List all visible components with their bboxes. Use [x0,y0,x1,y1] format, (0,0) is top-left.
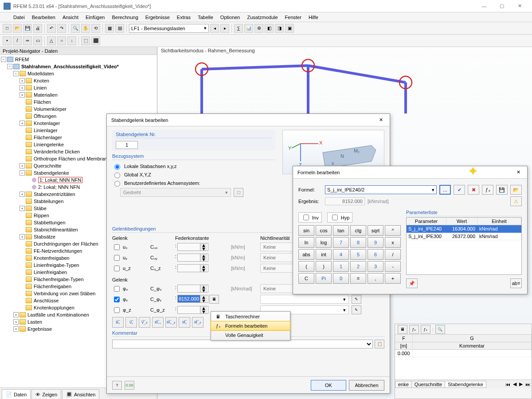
qbtn-nx[interactable]: N͞ₓ [112,317,124,328]
spring-phiy-input[interactable] [178,295,200,302]
sheet-tab-1[interactable]: Querschnitte [411,381,445,388]
formula-apply-button[interactable]: ✔ [454,185,465,195]
sheet-nav-next-icon[interactable]: ▶ [518,381,524,387]
formula-dialog-close-icon[interactable]: ✕ [514,169,523,175]
key-abs[interactable]: abs [298,249,314,260]
tb2-load-icon[interactable]: ↓ [67,36,76,45]
tb2-member-icon[interactable]: ═ [23,36,32,45]
chk-uy[interactable]: uᵧ [112,254,148,262]
key-sqrt[interactable]: sqrt [368,225,383,236]
ctx-full-precision[interactable]: Volle Genauigkeit [211,330,290,340]
chk-ux[interactable]: uₓ [112,243,148,251]
menu-einfuegen[interactable]: Einfügen [83,14,107,21]
sheet-tab-0[interactable]: enke [395,381,412,388]
key-5[interactable]: 5 [350,249,366,260]
key-minus[interactable]: - [385,261,401,272]
tb-rotate-icon[interactable]: ⟲ [91,24,100,33]
key-2[interactable]: 2 [350,261,366,272]
param-row-0[interactable]: S_j_ini_IPE240 16304.000 kNm/rad [407,225,521,233]
key-clear[interactable]: C [298,273,314,284]
sheet-tab-2[interactable]: Stabendgelenke [445,381,486,388]
tb-zoom-icon[interactable]: 🔍 [71,24,80,33]
tb-open-icon[interactable]: 📂 [13,24,22,33]
formula-save-button[interactable]: 💾 [496,185,508,195]
key-9[interactable]: 9 [368,237,383,248]
col-F[interactable]: F [395,335,413,342]
key-plus[interactable]: + [385,273,401,284]
tb-results-icon[interactable]: 📊 [244,24,253,33]
qbtn-vy[interactable]: V͞ᵧ [125,317,137,328]
key-comma[interactable]: , [368,273,383,284]
param-table[interactable]: Parameter Wert Einheit S_j_ini_IPE240 16… [406,217,522,275]
ctx-edit-formula[interactable]: ƒₓFormeln bearbeiten [211,321,290,331]
key-sin[interactable]: sin [298,225,314,236]
menu-datei[interactable]: Datei [11,14,27,21]
minimize-button[interactable]: — [475,1,493,12]
radio-local-axes[interactable] [114,164,120,170]
qbtn-my[interactable]: M͞ᵧ [179,317,190,328]
tb-misc1-icon[interactable]: ⚙ [254,24,263,33]
nl-phiz-edit[interactable]: ✎ [352,305,361,314]
tb-misc2-icon[interactable]: ◧ [265,24,274,33]
formula-browse-button[interactable]: … [439,185,451,195]
menu-ergebnisse[interactable]: Ergebnisse [143,14,172,21]
nav-tab-zeigen[interactable]: 👁Zeigen [31,389,61,399]
chk-phiz[interactable]: φ_z [112,306,148,314]
chk-phix[interactable]: φₓ [112,285,148,293]
qbtn-vz[interactable]: V͞_z [139,317,150,328]
key-ln[interactable]: ln [298,237,314,248]
tb2-misc-icon[interactable]: ⬚ [81,36,90,45]
menu-hilfe[interactable]: Hilfe [306,14,321,21]
calc-phiy-button[interactable]: 🖩 [209,295,219,304]
key-0[interactable]: 0 [333,273,349,284]
tb2-hinge-icon[interactable]: ○ [57,36,66,45]
key-8[interactable]: 8 [350,237,366,248]
tb-calc-icon[interactable]: ∑ [234,24,243,33]
key-tan[interactable]: tan [333,225,349,236]
key-3[interactable]: 3 [368,261,383,272]
nav-tab-daten[interactable]: 📄Daten [2,389,31,399]
chk-inv[interactable]: Inv [298,212,322,223]
comment-combo[interactable] [112,340,373,348]
qbtn-mz[interactable]: M͞_z [192,317,203,328]
key-eq[interactable]: = [350,273,366,284]
param-edit-button[interactable]: ab= [510,278,522,288]
key-log[interactable]: log [316,237,332,248]
key-int[interactable]: int [316,249,332,260]
tb-prev-icon[interactable]: ◂ [210,24,219,33]
tb-save-icon[interactable]: 💾 [23,24,32,33]
ok-button[interactable]: OK [311,380,346,391]
tb-print-icon[interactable]: 🖨 [33,24,42,33]
radio-user-axes[interactable] [114,181,120,187]
tb2-support-icon[interactable]: △ [47,36,56,45]
cancel-button[interactable]: Abbrechen [349,380,384,391]
menu-zusatzmodule[interactable]: Zusatzmodule [245,14,281,21]
loadcase-combo[interactable]: LF1 - Bemessungslasten ▾ [129,24,209,33]
sheet-fx-icon[interactable]: ƒₓ [409,325,419,334]
menu-tabelle[interactable]: Tabelle [195,14,216,21]
tb-undo-icon[interactable]: ↶ [47,24,56,33]
tb-view-icon[interactable]: ▤ [115,24,124,33]
tb2-node-icon[interactable]: • [3,36,12,45]
comment-pick-button[interactable]: 📋 [375,340,384,348]
tb2-line-icon[interactable]: / [13,36,22,45]
menu-bearbeiten[interactable]: Bearbeiten [29,14,58,21]
sheet-nav-prev-icon[interactable]: ◀ [512,381,518,387]
key-pow[interactable]: ^ [385,225,401,236]
sheet-nav-first-icon[interactable]: ⏮ [504,382,512,387]
tb-next-icon[interactable]: ▸ [220,24,229,33]
chk-phiy[interactable]: φᵧ [112,295,148,304]
key-lparen[interactable]: ( [298,261,314,272]
formula-fx-button[interactable]: ƒₓ [482,185,493,195]
dialog-close-icon[interactable]: ✕ [376,117,385,123]
nl-phiy-edit[interactable]: ✎ [352,295,361,304]
param-add-button[interactable]: 📌 [406,278,418,288]
menu-berechnung[interactable]: Berechnung [109,14,141,21]
nav-tab-ansichten[interactable]: 🔳Ansichten [62,389,99,399]
tb-misc3-icon[interactable]: ◨ [275,24,284,33]
key-rparen[interactable]: ) [316,261,332,272]
hinge-number-input[interactable] [116,141,138,149]
key-1[interactable]: 1 [333,261,349,272]
key-6[interactable]: 6 [368,249,383,260]
key-pi[interactable]: Pi [316,273,332,284]
